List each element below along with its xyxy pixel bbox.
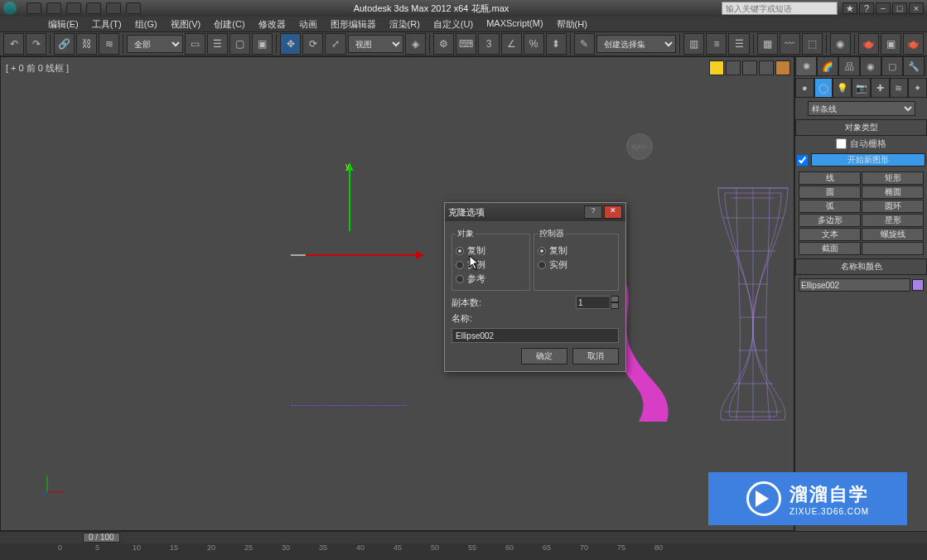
cmd-tab-display[interactable]: ▢ [881, 56, 903, 76]
unlink-icon[interactable]: ⛓ [76, 33, 97, 55]
shape-line[interactable]: 线 [799, 171, 861, 185]
new-icon[interactable] [27, 2, 41, 14]
spinner-snap-icon[interactable]: ⬍ [546, 33, 567, 55]
time-slider-knob[interactable]: 0 / 100 [83, 533, 120, 543]
material-editor-icon[interactable]: ◉ [830, 33, 851, 55]
radio-instance[interactable] [456, 261, 464, 269]
auto-grid-checkbox[interactable] [836, 138, 847, 149]
dialog-help-button[interactable]: ? [584, 205, 602, 219]
mirror-icon[interactable]: ▥ [683, 33, 704, 55]
angle-snap-icon[interactable]: ∠ [501, 33, 522, 55]
menu-group[interactable]: 组(G) [128, 17, 164, 31]
create-spacewarps-icon[interactable]: ≋ [890, 78, 909, 98]
create-cameras-icon[interactable]: 📷 [852, 78, 871, 98]
keyboard-shortcut-icon[interactable]: ⌨ [456, 33, 476, 55]
select-move-icon[interactable]: ✥ [280, 33, 301, 55]
app-icon[interactable] [3, 2, 17, 15]
menu-maxscript[interactable]: MAXScript(M) [480, 17, 549, 31]
shape-section[interactable]: 截面 [799, 242, 861, 255]
viewport-label[interactable]: [ + 0 前 0 线框 ] [6, 62, 72, 75]
select-by-name-icon[interactable]: ☰ [207, 33, 228, 55]
clone-name-input[interactable] [451, 328, 619, 343]
graphite-ribbon-icon[interactable]: ▦ [757, 33, 778, 55]
dialog-titlebar[interactable]: 克隆选项 ? ✕ [445, 203, 625, 221]
gizmo-y-axis[interactable] [349, 165, 350, 231]
percent-snap-icon[interactable]: % [524, 33, 544, 55]
vp-wire-icon[interactable] [726, 60, 741, 75]
rollout-name-color[interactable]: 名称和颜色 [795, 258, 927, 275]
curve-editor-icon[interactable]: 〰 [780, 33, 800, 55]
select-scale-icon[interactable]: ⤢ [325, 33, 345, 55]
start-shape-checkbox[interactable] [797, 155, 808, 166]
shape-donut[interactable]: 圆环 [862, 200, 924, 213]
spinner-down[interactable] [611, 302, 619, 309]
copies-spinner[interactable] [576, 296, 611, 309]
help-search-input[interactable] [722, 2, 838, 15]
maximize-button[interactable]: □ [892, 2, 907, 14]
cmd-tab-modify[interactable]: 🌈 [817, 56, 838, 76]
cmd-tab-create[interactable]: ✺ [795, 56, 817, 76]
shape-arc[interactable]: 弧 [799, 200, 861, 213]
menu-tools[interactable]: 工具(T) [85, 17, 128, 31]
cancel-button[interactable]: 取消 [572, 348, 619, 364]
shape-circle[interactable]: 圆 [799, 186, 861, 199]
create-shapes-icon[interactable]: ◯ [814, 78, 833, 98]
dialog-close-button[interactable]: ✕ [604, 205, 622, 219]
shape-helix[interactable]: 螺旋线 [862, 228, 924, 241]
link-icon[interactable]: 🔗 [54, 33, 75, 55]
cmd-tab-hierarchy[interactable]: 品 [838, 56, 860, 76]
schematic-view-icon[interactable]: ⬚ [802, 33, 823, 55]
render-icon[interactable]: 🫖 [903, 33, 924, 55]
save-icon[interactable] [66, 2, 81, 14]
menu-animation[interactable]: 动画 [292, 17, 324, 31]
shape-ellipse[interactable]: 椭圆 [862, 186, 924, 199]
menu-create[interactable]: 创建(C) [207, 17, 251, 31]
ok-button[interactable]: 确定 [521, 348, 567, 364]
selection-filter-dropdown[interactable]: 全部 [127, 35, 183, 53]
shape-text[interactable]: 文本 [799, 228, 861, 241]
object-color-swatch[interactable] [912, 279, 924, 291]
object-name-input[interactable] [799, 278, 910, 292]
radio-ctrl-instance[interactable] [538, 261, 546, 269]
select-rotate-icon[interactable]: ⟳ [302, 33, 323, 55]
ref-coord-dropdown[interactable]: 视图 [348, 35, 404, 53]
cmd-tab-utilities[interactable]: 🔧 [903, 56, 925, 76]
shape-star[interactable]: 星形 [862, 214, 924, 227]
create-lights-icon[interactable]: 💡 [833, 78, 852, 98]
undo-icon[interactable]: ↶ [3, 33, 24, 55]
render-setup-icon[interactable]: 🫖 [858, 33, 879, 55]
vp-shade-icon[interactable] [709, 60, 724, 75]
shape-ngon[interactable]: 多边形 [799, 214, 861, 227]
vp-grid-icon[interactable] [759, 60, 774, 75]
menu-graph-editors[interactable]: 图形编辑器 [324, 17, 383, 31]
named-selection-dropdown[interactable]: 创建选择集 [596, 35, 677, 53]
manipulate-icon[interactable]: ⚙ [433, 33, 454, 55]
menu-modifiers[interactable]: 修改器 [252, 17, 292, 31]
vp-safe-icon[interactable] [775, 60, 790, 75]
select-region-icon[interactable]: ▢ [229, 33, 250, 55]
layer-manager-icon[interactable]: ☰ [728, 33, 749, 55]
close-button[interactable]: × [909, 2, 924, 14]
select-object-icon[interactable]: ▭ [185, 33, 205, 55]
window-crossing-icon[interactable]: ▣ [252, 33, 273, 55]
infocenter-icon[interactable]: ★ [843, 2, 857, 14]
scene-object-vase-wire[interactable] [715, 185, 791, 423]
cmd-tab-motion[interactable]: ◉ [860, 56, 881, 76]
radio-copy[interactable] [456, 247, 464, 255]
menu-help[interactable]: 帮助(H) [550, 17, 594, 31]
create-systems-icon[interactable]: ✦ [908, 78, 927, 98]
redo-icon[interactable] [106, 2, 121, 14]
undo-icon[interactable] [86, 2, 101, 14]
redo-icon[interactable]: ↷ [26, 33, 46, 55]
radio-reference[interactable] [456, 275, 464, 283]
minimize-button[interactable]: − [876, 2, 891, 14]
start-shape-button[interactable]: 开始新图形 [811, 153, 925, 167]
menu-edit[interactable]: 编辑(E) [41, 17, 85, 31]
menu-rendering[interactable]: 渲染(R) [383, 17, 427, 31]
pivot-center-icon[interactable]: ◈ [405, 33, 426, 55]
bind-spacewarp-icon[interactable]: ≋ [99, 33, 119, 55]
create-geometry-icon[interactable]: ● [795, 78, 814, 98]
time-ruler[interactable]: 0 5 10 15 20 25 30 35 40 45 50 55 60 65 … [0, 543, 927, 560]
render-frame-icon[interactable]: ▣ [881, 33, 901, 55]
time-slider-track[interactable]: 0 / 100 [0, 532, 927, 543]
